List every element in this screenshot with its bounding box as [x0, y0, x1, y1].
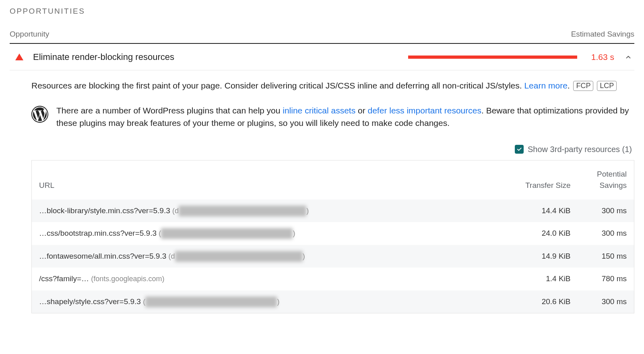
audit-description: Resources are blocking the first paint o… [31, 79, 634, 92]
col-opportunity-label: Opportunity [10, 29, 49, 40]
chevron-up-icon[interactable] [625, 54, 632, 61]
size-cell: 14.9 KiB [483, 245, 578, 268]
size-cell: 24.0 KiB [483, 222, 578, 245]
size-cell: 20.6 KiB [483, 290, 578, 313]
url-cell: …css/bootstrap.min.css?ver=5.9.3 (dema-w… [32, 222, 483, 245]
third-party-checkbox[interactable] [515, 145, 524, 154]
url-cell: …fontawesome/all.min.css?ver=5.9.3 (demo… [32, 245, 483, 268]
learn-more-link[interactable]: Learn more [524, 81, 567, 90]
url-cell: /css?family=… (fonts.googleapis.com) [32, 268, 483, 290]
wp-part1: There are a number of WordPress plugins … [56, 106, 283, 115]
audit-row-render-blocking[interactable]: Eliminate render-blocking resources 1.63… [10, 44, 634, 70]
wordpress-icon [31, 106, 48, 123]
table-row: …block-library/style.min.css?ver=5.9.3 (… [32, 200, 634, 222]
audit-title: Eliminate render-blocking resources [30, 50, 402, 64]
url-path: /css?family=… [39, 274, 91, 283]
col-size: Transfer Size [483, 160, 578, 200]
wordpress-hint-text: There are a number of WordPress plugins … [56, 104, 634, 130]
third-party-toggle-row: Show 3rd-party resources (1) [31, 143, 634, 155]
url-domain: (fonts.googleapis.com) [91, 275, 164, 283]
url-domain: (dema-website-8041-330redhostapp.com) [143, 298, 279, 306]
table-header: URL Transfer Size Potential Savings [32, 160, 634, 200]
savings-value: 1.63 s [588, 51, 614, 64]
col-savings-label: Estimated Savings [571, 29, 634, 40]
url-path: …css/bootstrap.min.css?ver=5.9.3 [39, 229, 159, 237]
defer-resources-link[interactable]: defer less important resources [368, 106, 481, 115]
col-potential-savings: Potential Savings [578, 160, 634, 200]
table-row: /css?family=… (fonts.googleapis.com)1.4 … [32, 268, 634, 290]
url-domain: (dema-website-8346-330redhostapp.com) [159, 229, 295, 237]
col-url: URL [32, 160, 483, 200]
size-cell: 14.4 KiB [483, 200, 578, 222]
url-cell: …block-library/style.min.css?ver=5.9.3 (… [32, 200, 483, 222]
table-row: …css/bootstrap.min.css?ver=5.9.3 (dema-w… [32, 222, 634, 245]
table-row: …shapely/style.css?ver=5.9.3 (dema-websi… [32, 290, 634, 313]
savings-cell: 300 ms [578, 200, 634, 222]
inline-assets-link[interactable]: inline critical assets [283, 106, 355, 115]
url-path: …block-library/style.min.css?ver=5.9.3 [39, 206, 172, 215]
savings-cell: 780 ms [578, 268, 634, 290]
table-header-row: Opportunity Estimated Savings [10, 29, 634, 44]
size-cell: 1.4 KiB [483, 268, 578, 290]
lcp-badge: LCP [597, 81, 617, 91]
third-party-label: Show 3rd-party resources (1) [528, 143, 632, 155]
savings-bar [408, 56, 577, 59]
section-heading: Opportunities [10, 6, 634, 17]
desc-after: . [568, 81, 572, 90]
redacted-domain: emo-website-8346-330redhostapp.com [179, 206, 306, 216]
url-path: …fontawesome/all.min.css?ver=5.9.3 [39, 252, 169, 260]
savings-cell: 300 ms [578, 222, 634, 245]
url-cell: …shapely/style.css?ver=5.9.3 (dema-websi… [32, 290, 483, 313]
wordpress-hint: There are a number of WordPress plugins … [31, 104, 634, 130]
resources-table: URL Transfer Size Potential Savings …blo… [31, 160, 634, 314]
wp-mid1: or [355, 106, 367, 115]
fcp-badge: FCP [573, 81, 593, 91]
redacted-domain: emo-website-8346-330redhostapp.com [175, 251, 303, 262]
audit-details: Resources are blocking the first paint o… [10, 70, 634, 313]
url-domain: (demo-website-8346-330redhostapp.com) [169, 252, 305, 260]
savings-cell: 150 ms [578, 245, 634, 268]
url-path: …shapely/style.css?ver=5.9.3 [39, 297, 143, 306]
redacted-domain: dema-website-8041-330redhostapp.com [145, 296, 277, 307]
redacted-domain: dema-website-8346-330redhostapp.com [161, 228, 293, 239]
fail-triangle-icon [15, 54, 23, 60]
url-domain: (demo-website-8346-330redhostapp.com) [172, 207, 309, 215]
table-row: …fontawesome/all.min.css?ver=5.9.3 (demo… [32, 245, 634, 268]
savings-cell: 300 ms [578, 290, 634, 313]
desc-text: Resources are blocking the first paint o… [31, 81, 524, 90]
